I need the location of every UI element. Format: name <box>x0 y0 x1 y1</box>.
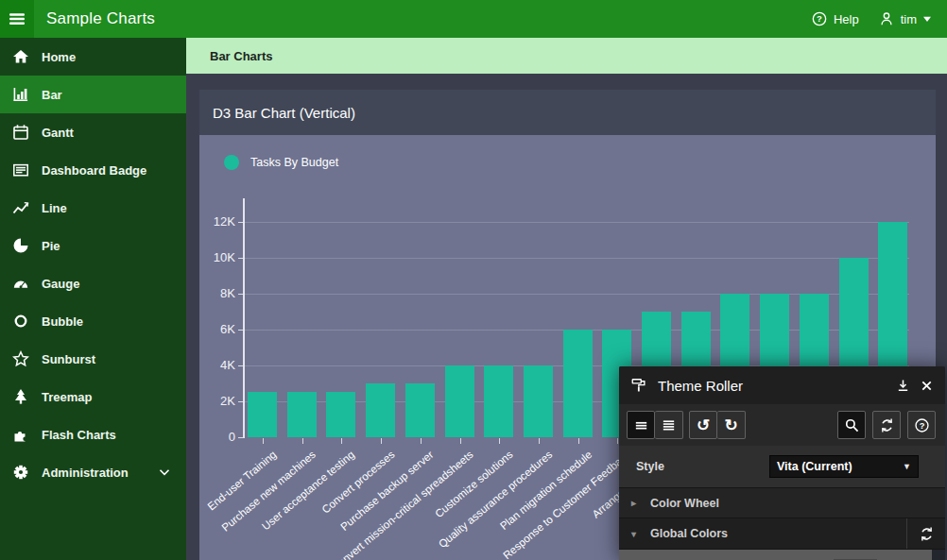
topbar-right: ? Help tim <box>811 10 947 27</box>
window-buttons <box>896 379 934 393</box>
sidebar-item-label: Gauge <box>42 277 79 291</box>
y-axis-tick <box>238 401 243 402</box>
undo-button[interactable]: ↺ <box>689 411 717 439</box>
style-dropdown[interactable]: Vita (Current) ▼ <box>769 455 919 478</box>
style-label: Style <box>636 460 664 473</box>
refresh-button[interactable] <box>872 411 901 439</box>
app-screen: Sample Charts ? Help tim HomeBarGanttDas… <box>0 0 947 560</box>
style-dropdown-value: Vita (Current) <box>777 460 852 473</box>
sidebar-item-pie[interactable]: Pie <box>0 227 186 264</box>
chevron-down-icon <box>156 464 173 481</box>
theme-roller-panel: Theme Roller ↺↻? Style Vita (Current) ▼ … <box>619 366 945 560</box>
legend-label: Tasks By Budget <box>250 156 338 169</box>
sidebar-nav: HomeBarGanttDashboard BadgeLinePieGaugeB… <box>0 38 186 560</box>
menu-toggle-button[interactable] <box>0 0 34 38</box>
x-axis-tick <box>341 438 342 444</box>
y-gridline <box>243 222 909 223</box>
user-menu-button[interactable]: tim <box>878 10 932 27</box>
x-axis-tick <box>263 438 264 444</box>
bar-9[interactable] <box>563 330 593 437</box>
sidebar-item-administration[interactable]: Administration <box>0 453 186 491</box>
section-color-wheel[interactable]: ▸ Color Wheel <box>619 487 945 518</box>
redo-button[interactable]: ↻ <box>717 411 746 439</box>
redo-icon: ↻ <box>724 417 737 433</box>
app-title: Sample Charts <box>46 9 155 28</box>
gear-icon <box>12 464 29 481</box>
sidebar-item-label: Sunburst <box>42 352 95 366</box>
question-circle-icon: ? <box>914 417 930 433</box>
y-gridline <box>243 258 909 259</box>
bar-1[interactable] <box>248 392 277 437</box>
refresh-colors-button[interactable] <box>906 518 945 549</box>
sidebar-item-label: Administration <box>42 466 129 480</box>
bar-8[interactable] <box>524 365 553 437</box>
breadcrumb-title: Bar Charts <box>210 49 272 63</box>
toolbar-right-buttons: ? <box>837 411 938 439</box>
bar-7[interactable] <box>484 365 513 437</box>
download-icon[interactable] <box>896 379 910 393</box>
legend-swatch-icon <box>224 155 239 170</box>
sidebar-item-label: Gantt <box>42 126 74 140</box>
svg-text:?: ? <box>817 13 822 24</box>
sidebar-item-gauge[interactable]: Gauge <box>0 264 186 302</box>
bar-3[interactable] <box>326 392 355 437</box>
bar-4[interactable] <box>366 383 395 437</box>
search-icon <box>844 417 860 433</box>
sidebar-item-label: Home <box>42 50 76 64</box>
user-name: tim <box>901 12 917 26</box>
sidebar-item-dashboard-badge[interactable]: Dashboard Badge <box>0 151 186 189</box>
scrollbar-corner <box>932 550 945 560</box>
theme-roller-toolbar: ↺↻? <box>619 404 945 446</box>
bar-5[interactable] <box>405 383 435 437</box>
y-axis-tick-label: 8K <box>201 286 235 301</box>
bar-6[interactable] <box>445 365 474 437</box>
sidebar-item-line[interactable]: Line <box>0 189 186 227</box>
compact-rows-button[interactable] <box>627 411 655 439</box>
y-axis-tick-label: 6K <box>201 322 235 337</box>
sidebar-item-sunburst[interactable]: Sunburst <box>0 340 186 378</box>
theme-roller-header[interactable]: Theme Roller <box>619 366 945 404</box>
dropdown-caret-icon: ▼ <box>903 462 911 471</box>
section-global-colors[interactable]: ▾ Global Colors <box>619 518 945 549</box>
sidebar-item-flash-charts[interactable]: Flash Charts <box>0 416 186 453</box>
x-axis-tick <box>499 438 500 444</box>
pie-icon <box>12 237 29 254</box>
chart-legend-item[interactable]: Tasks By Budget <box>224 155 338 170</box>
y-axis-tick <box>238 294 243 295</box>
star-icon <box>12 350 29 367</box>
theme-roller-title: Theme Roller <box>658 378 743 394</box>
caret-down-icon <box>922 14 932 24</box>
chart-panel-title: D3 Bar Chart (Vertical) <box>199 90 936 135</box>
svg-text:?: ? <box>919 420 924 430</box>
bubble-icon <box>12 313 29 330</box>
x-axis-tick <box>578 438 579 444</box>
hamburger-icon <box>8 9 26 28</box>
sidebar-item-treemap[interactable]: Treemap <box>0 378 186 416</box>
comfortable-rows-button[interactable] <box>655 411 683 439</box>
help-button[interactable]: ? <box>907 411 936 439</box>
search-button[interactable] <box>837 411 866 439</box>
help-button[interactable]: ? Help <box>811 10 859 27</box>
sidebar-item-bubble[interactable]: Bubble <box>0 302 186 340</box>
top-header: Sample Charts ? Help tim <box>0 0 947 38</box>
toolbar-button-group: ↺↻ <box>689 411 746 439</box>
gauge-icon <box>12 275 29 292</box>
y-axis-tick <box>238 365 243 366</box>
sidebar-item-label: Line <box>42 201 67 215</box>
x-axis-tick <box>421 438 422 444</box>
x-axis-tick <box>381 438 382 444</box>
sidebar-item-label: Treemap <box>42 390 92 404</box>
expanded-triangle-icon: ▾ <box>631 529 641 539</box>
panel-content-strip <box>619 549 945 560</box>
section-label: Color Wheel <box>650 497 719 510</box>
sidebar-item-bar[interactable]: Bar <box>0 76 186 113</box>
y-axis-tick <box>238 437 243 438</box>
y-axis-tick-label: 0 <box>201 430 235 445</box>
sidebar-item-home[interactable]: Home <box>0 38 186 76</box>
breadcrumb-bar: Bar Charts <box>186 38 947 74</box>
sidebar-item-gantt[interactable]: Gantt <box>0 113 186 151</box>
bar-2[interactable] <box>287 392 317 437</box>
close-icon[interactable] <box>920 379 934 393</box>
paint-roller-icon <box>630 377 647 394</box>
sidebar-item-label: Bubble <box>42 314 83 329</box>
